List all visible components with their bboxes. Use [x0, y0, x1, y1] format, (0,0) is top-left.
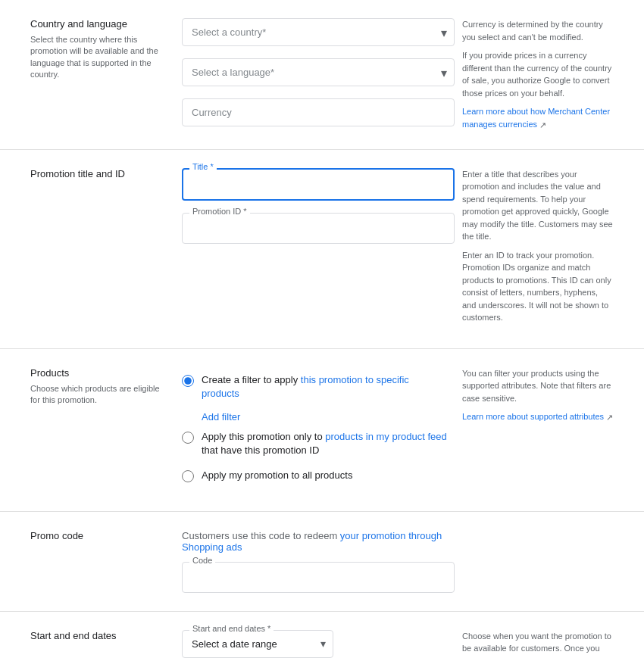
country-language-title: Country and language	[30, 18, 167, 30]
title-input[interactable]	[182, 168, 455, 201]
language-select[interactable]: Select a language*	[182, 58, 455, 86]
section-right-country: Currency is determined by the country yo…	[462, 18, 614, 131]
date-range-wrapper: Start and end dates * Select a date rang…	[182, 630, 333, 658]
promo-code-section: Promo code Customers use this code to re…	[0, 512, 644, 612]
promotion-id-field: Promotion ID *	[182, 213, 447, 244]
country-field: Select a country* ▾	[182, 18, 447, 46]
radio-feed-label: Apply this promotion only to products in…	[202, 430, 447, 457]
promo-title-info-1: Enter a title that describes your promot…	[462, 168, 614, 243]
date-range-label: Start and end dates *	[189, 624, 274, 633]
dates-section: Start and end dates Start and end dates …	[0, 612, 644, 658]
section-right-products: You can filter your products using the s…	[462, 367, 614, 493]
dates-info: Choose when you want the promotion to be…	[462, 630, 614, 658]
code-label: Code	[189, 556, 215, 565]
currency-info-2: If you provide prices in a currency diff…	[462, 49, 614, 99]
section-left-promo: Promotion title and ID	[30, 168, 167, 330]
section-left-products: Products Choose which products are eligi…	[30, 367, 167, 493]
country-select[interactable]: Select a country*	[182, 18, 455, 46]
products-radio-group: Create a filter to apply this promotion …	[182, 373, 447, 482]
radio-feed-highlight: products in my product feed	[325, 431, 446, 442]
promotion-id-wrapper: Promotion ID *	[182, 213, 455, 244]
country-language-desc: Select the country where this promotion …	[30, 34, 167, 81]
radio-all[interactable]	[182, 470, 194, 482]
products-info-1: You can filter your products using the s…	[462, 367, 614, 405]
section-right-promo-code	[462, 530, 614, 593]
section-middle-promo-code: Customers use this code to redeem your p…	[182, 530, 447, 593]
country-language-section: Country and language Select the country …	[0, 0, 644, 150]
products-learn-more-link[interactable]: Learn more about supported attributes	[462, 412, 604, 421]
products-section: Products Choose which products are eligi…	[0, 349, 644, 512]
radio-filter[interactable]	[182, 375, 194, 387]
products-external-icon: ↗	[606, 413, 613, 422]
currency-info-1: Currency is determined by the country yo…	[462, 18, 614, 43]
title-input-wrapper: Title *	[182, 168, 455, 201]
promotion-id-label: Promotion ID *	[189, 207, 250, 216]
currency-learn-more-link[interactable]: Learn more about how Merchant Center man…	[462, 107, 610, 129]
code-input-wrapper: Code	[182, 562, 455, 593]
promo-code-desc: Customers use this code to redeem your p…	[182, 530, 447, 553]
currency-field	[182, 98, 447, 126]
radio-item-all: Apply my promotion to all products	[182, 469, 447, 482]
date-range-select[interactable]: Select a date range	[182, 630, 333, 658]
code-input[interactable]	[182, 562, 455, 593]
promo-code-title: Promo code	[30, 530, 167, 541]
section-middle-country: Select a country* ▾ Select a language* ▾	[182, 18, 447, 131]
radio-all-label: Apply my promotion to all products	[202, 469, 352, 482]
radio-item-feed: Apply this promotion only to products in…	[182, 430, 447, 457]
section-left-promo-code: Promo code	[30, 530, 167, 593]
radio-filter-highlight: this promotion to specific products	[202, 374, 409, 399]
radio-feed[interactable]	[182, 432, 194, 444]
section-middle-dates: Start and end dates * Select a date rang…	[182, 630, 447, 658]
dates-title: Start and end dates	[30, 630, 167, 641]
country-select-wrapper: Select a country* ▾	[182, 18, 455, 46]
products-desc: Choose which products are eligible for t…	[30, 383, 167, 407]
section-middle-products: Create a filter to apply this promotion …	[182, 367, 447, 493]
promotion-title-section: Promotion title and ID Title * Promotion…	[0, 150, 644, 349]
title-label: Title *	[189, 162, 217, 171]
external-link-icon: ↗	[539, 120, 546, 129]
section-left-dates: Start and end dates	[30, 630, 167, 658]
title-field: Title *	[182, 168, 447, 201]
promotion-title-heading: Promotion title and ID	[30, 168, 167, 179]
page-container: Country and language Select the country …	[0, 0, 644, 658]
section-right-dates: Choose when you want the promotion to be…	[462, 630, 614, 658]
add-filter-link[interactable]: Add filter	[202, 411, 447, 423]
radio-filter-label: Create a filter to apply this promotion …	[202, 373, 447, 401]
section-middle-promo: Title * Promotion ID *	[182, 168, 447, 330]
radio-item-filter: Create a filter to apply this promotion …	[182, 373, 447, 401]
date-range-field: Start and end dates * Select a date rang…	[182, 630, 447, 658]
section-left-country: Country and language Select the country …	[30, 18, 167, 131]
promo-desc-text: Customers use this code to redeem	[182, 530, 337, 541]
code-field: Code	[182, 562, 447, 593]
currency-input[interactable]	[182, 98, 455, 126]
section-right-promo: Enter a title that describes your promot…	[462, 168, 614, 330]
promotion-id-input[interactable]	[182, 213, 455, 244]
products-title: Products	[30, 367, 167, 379]
language-field: Select a language* ▾	[182, 58, 447, 86]
language-select-wrapper: Select a language* ▾	[182, 58, 455, 86]
promo-title-info-2: Enter an ID to track your promotion. Pro…	[462, 249, 614, 324]
